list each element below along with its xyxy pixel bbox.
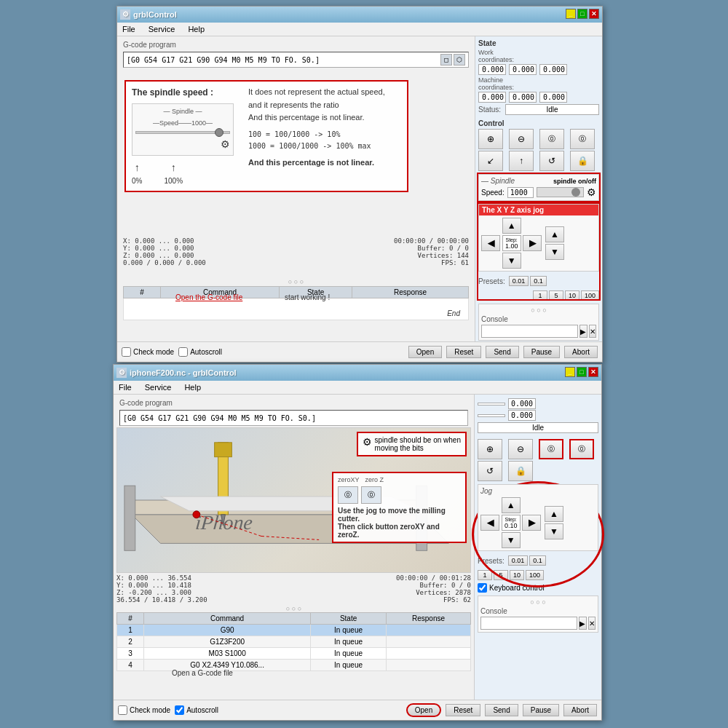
spindle-gear-icon[interactable]: ⚙ (587, 186, 596, 198)
jog-z-down[interactable]: ▼ (545, 244, 564, 260)
ctrl-lock[interactable]: 🔒 (570, 151, 595, 171)
close-button[interactable]: ✕ (589, 9, 599, 19)
gcode-input[interactable]: [G0 G54 G17 G21 G90 G94 M0 M5 M9 TO FO. … (123, 52, 469, 68)
bottom-preset-1[interactable]: 1 (478, 570, 492, 580)
bottom-jog-right[interactable]: ▶ (522, 515, 541, 531)
table-row-3[interactable]: 3 M03 S1000 In queue (117, 648, 471, 660)
bottom-ctrl-zoom-out[interactable]: ⊖ (508, 439, 533, 459)
menu-service[interactable]: Service (146, 24, 178, 34)
check-mode-label[interactable]: Check mode (122, 347, 174, 357)
autoscroll-checkbox[interactable] (178, 347, 188, 357)
menu-file[interactable]: File (120, 24, 138, 34)
control-section: Control ⊕ ⊖ ⓪ ⓪ ↙ ↑ ↺ 🔒 (478, 119, 599, 171)
jog-right[interactable]: ▶ (523, 235, 542, 251)
console-send-btn[interactable]: ▶ (579, 325, 587, 338)
bottom-send-button[interactable]: Send (485, 704, 518, 716)
bottom-jog-z-down[interactable]: ▼ (545, 523, 563, 539)
ctrl-zoom-out[interactable]: ⊖ (509, 129, 534, 149)
bottom-window-controls: _ □ ✕ (565, 367, 598, 377)
menu-help[interactable]: Help (186, 24, 207, 34)
ctrl-refresh[interactable]: ↺ (539, 151, 564, 171)
table-row-1[interactable]: 1 G90 In queue (117, 625, 471, 636)
bottom-preset-5[interactable]: 5 (494, 570, 508, 580)
bottom-close-button[interactable]: ✕ (588, 367, 598, 377)
preset-5[interactable]: 5 (549, 290, 563, 301)
autoscroll-label[interactable]: Autoscroll (178, 347, 222, 357)
bottom-check-mode-checkbox[interactable] (118, 705, 127, 715)
bottom-abort-button[interactable]: Abort (563, 704, 597, 716)
zeroxy-btn[interactable]: ⓪ (338, 486, 358, 504)
bottom-minimize-button[interactable]: _ (565, 367, 575, 377)
bottom-menu-help[interactable]: Help (182, 382, 203, 392)
bottom-autoscroll-label[interactable]: Autoscroll (175, 705, 218, 715)
bottom-gcode-input[interactable]: [G0 G54 G17 G21 G90 G94 M0 M5 M9 TO FO. … (119, 410, 468, 426)
send-button[interactable]: Send (486, 346, 518, 358)
bottom-ctrl-lock[interactable]: 🔒 (508, 461, 533, 481)
bottom-menu-service[interactable]: Service (143, 382, 174, 392)
ctrl-zoom-in[interactable]: ⊕ (478, 129, 503, 149)
bottom-preset-001[interactable]: 0.01 (508, 555, 529, 566)
bottom-window: ⚙ iphoneF200.nc - grblControl _ □ ✕ File… (113, 364, 602, 721)
jog-down[interactable]: ▼ (502, 253, 521, 269)
bottom-maximize-button[interactable]: □ (577, 367, 587, 377)
bottom-jog-left[interactable]: ◀ (480, 515, 499, 531)
preset-10[interactable]: 10 (565, 290, 579, 301)
bottom-menu-file[interactable]: File (116, 382, 134, 392)
bottom-preset-01[interactable]: 0.1 (529, 555, 546, 566)
gcode-label: G-code program (120, 39, 472, 50)
minimize-button[interactable]: _ (566, 9, 576, 19)
gcode-icon2[interactable]: ⬡ (454, 54, 465, 66)
bottom-console-send-btn[interactable]: ▶ (579, 617, 587, 630)
bottom-jog-up[interactable]: ▲ (502, 497, 521, 513)
table-row-4[interactable]: 4 G0 X2.4349 Y10.086... In queue (117, 660, 471, 671)
pause-button[interactable]: Pause (523, 346, 560, 358)
gcode-icon1[interactable]: □ (440, 54, 452, 66)
check-mode-checkbox[interactable] (122, 347, 131, 357)
ctrl-up[interactable]: ↑ (509, 151, 534, 171)
jog-left[interactable]: ◀ (481, 235, 500, 251)
jog-z-up[interactable]: ▲ (545, 226, 564, 242)
speed-input[interactable]: 1000 (507, 187, 534, 198)
ctrl-zero-xy[interactable]: ⓪ (539, 129, 564, 149)
bottom-jog-main: ▲ ◀ Step: 0.10 ▶ ▼ (480, 497, 596, 548)
preset-1[interactable]: 1 (533, 290, 547, 301)
bottom-reset-button[interactable]: Reset (446, 704, 480, 716)
bottom-jog-z-up[interactable]: ▲ (545, 506, 563, 522)
ctrl-zero-z[interactable]: ⓪ (570, 129, 595, 149)
reset-button[interactable]: Reset (446, 346, 481, 358)
maximize-button[interactable]: □ (577, 9, 587, 19)
bottom-preset-10[interactable]: 10 (510, 570, 524, 580)
zeroz-btn[interactable]: ⓪ (361, 486, 381, 504)
open-button[interactable]: Open (408, 346, 442, 358)
bottom-console-clear-btn[interactable]: ✕ (588, 617, 596, 630)
bottom-open-button[interactable]: Open (406, 703, 441, 717)
console-clear-btn[interactable]: ✕ (589, 325, 597, 338)
bottom-pause-button[interactable]: Pause (523, 704, 559, 716)
bottom-check-mode-label[interactable]: Check mode (118, 705, 170, 715)
bottom-info-section: X: 0.000 ... 36.554 Y: 0.000 ... 10.418 … (116, 574, 471, 604)
jog-up[interactable]: ▲ (502, 218, 521, 234)
spindle-onoff-label: spindle on/off (553, 178, 596, 185)
bottom-ctrl-zero-xy[interactable]: ⓪ (539, 439, 563, 459)
console-input-field[interactable] (481, 325, 578, 338)
bottom-preset-100[interactable]: 100 (526, 570, 544, 580)
keyboard-control-checkbox[interactable] (478, 583, 487, 593)
ctrl-home[interactable]: ↙ (478, 151, 503, 171)
bottom-jog-down[interactable]: ▼ (502, 532, 521, 548)
bottom-ctrl-zero-z[interactable]: ⓪ (569, 439, 594, 459)
top-left-content: G-code program [G0 G54 G17 G21 G90 G94 M… (117, 36, 475, 342)
table-row-2[interactable]: 2 G1Z3F200 In queue (117, 636, 471, 648)
speed-slider[interactable] (537, 187, 584, 197)
preset-001[interactable]: 0.01 (509, 276, 529, 286)
bottom-autoscroll-checkbox[interactable] (175, 705, 184, 715)
bottom-ctrl-home[interactable]: ↺ (478, 461, 502, 481)
bottom-console-input-field[interactable] (480, 617, 577, 630)
bottom-ctrl-zoom-in[interactable]: ⊕ (478, 439, 502, 459)
abort-button[interactable]: Abort (564, 346, 598, 358)
preset-01[interactable]: 0.1 (530, 276, 547, 286)
separator: ○ ○ ○ (117, 278, 475, 285)
spindle-slider-track[interactable] (135, 131, 230, 134)
preset-100[interactable]: 100 (581, 290, 599, 301)
keyboard-control-row: Keyboard control (478, 583, 598, 593)
bottom-title-bar: ⚙ iphoneF200.nc - grblControl _ □ ✕ (114, 365, 601, 381)
